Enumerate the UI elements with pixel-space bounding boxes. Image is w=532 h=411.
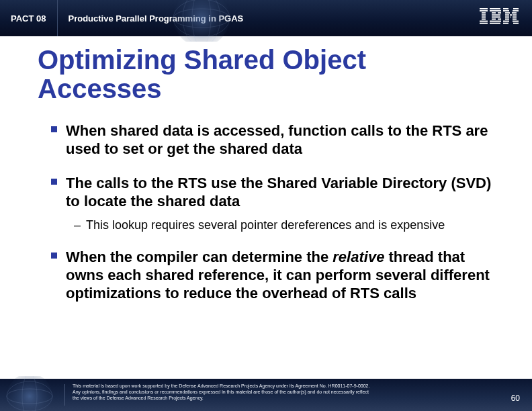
svg-rect-40 [513, 23, 519, 24]
svg-rect-17 [492, 14, 500, 15]
svg-rect-28 [512, 12, 517, 13]
svg-rect-30 [510, 14, 512, 15]
svg-rect-20 [498, 19, 501, 20]
ibm-logo [480, 8, 519, 24]
svg-point-43 [7, 381, 52, 411]
bullet-text: The calls to the RTS use the Shared Vari… [66, 175, 491, 210]
svg-rect-12 [480, 23, 488, 24]
svg-rect-37 [503, 21, 509, 22]
bullet-item: The calls to the RTS use the Shared Vari… [38, 175, 494, 232]
disclaimer-line: This material is based upon work support… [73, 383, 492, 390]
svg-rect-22 [490, 23, 500, 24]
slide-title: Optimizing Shared Object Accesses [38, 46, 494, 103]
globe-decoration-bottom [0, 376, 64, 411]
footer-disclaimer: This material is based upon work support… [73, 383, 492, 401]
svg-rect-34 [513, 16, 517, 17]
svg-point-42 [7, 389, 52, 404]
svg-rect-27 [505, 12, 510, 13]
footer-bar: This material is based upon work support… [0, 379, 532, 411]
slide-body: Optimizing Shared Object Accesses When s… [0, 36, 532, 303]
svg-rect-16 [498, 12, 501, 13]
svg-rect-18 [492, 16, 500, 17]
svg-rect-33 [511, 16, 511, 17]
svg-rect-19 [492, 19, 496, 20]
slide: PACT 08 Productive Parallel Programming … [0, 0, 532, 411]
svg-rect-29 [505, 14, 509, 15]
svg-rect-11 [480, 21, 488, 22]
header-bar: PACT 08 Productive Parallel Programming … [0, 0, 532, 36]
svg-rect-21 [490, 21, 501, 22]
sub-bullet-item: This lookup requires several pointer der… [66, 218, 494, 233]
svg-rect-24 [513, 8, 519, 9]
svg-rect-25 [503, 10, 509, 11]
svg-rect-5 [480, 8, 488, 9]
svg-rect-32 [505, 16, 509, 17]
svg-rect-9 [482, 16, 486, 17]
svg-rect-31 [513, 14, 517, 15]
header-title: Productive Parallel Programming in PGAS [58, 13, 244, 24]
svg-rect-36 [513, 19, 517, 20]
footer-divider [64, 384, 65, 406]
svg-point-44 [22, 376, 37, 411]
bullet-text: When shared data is accessed, function c… [66, 122, 488, 157]
disclaimer-line: Any opinions, findings and conclusions o… [73, 390, 492, 396]
svg-point-41 [7, 376, 52, 411]
svg-rect-10 [482, 19, 486, 20]
bullet-text-em: relative [332, 248, 384, 265]
svg-rect-15 [492, 12, 496, 13]
svg-rect-23 [503, 8, 508, 9]
bullet-text-pre: When the compiler can determine the [66, 248, 332, 265]
svg-rect-6 [480, 10, 488, 11]
svg-rect-7 [482, 12, 486, 13]
bullet-item: When the compiler can determine the rela… [38, 248, 494, 302]
svg-rect-26 [513, 10, 519, 11]
header-left-label: PACT 08 [0, 0, 58, 36]
svg-rect-8 [482, 14, 486, 15]
svg-rect-14 [490, 10, 501, 11]
svg-rect-39 [503, 23, 508, 24]
page-number: 60 [511, 394, 520, 403]
svg-rect-13 [490, 8, 500, 9]
bullet-list: When shared data is accessed, function c… [38, 122, 494, 302]
bullet-item: When shared data is accessed, function c… [38, 122, 494, 158]
disclaimer-line: the views of the Defense Advanced Resear… [73, 396, 492, 402]
sub-bullet-list: This lookup requires several pointer der… [66, 218, 494, 233]
svg-rect-35 [505, 19, 509, 20]
svg-rect-38 [513, 21, 519, 22]
